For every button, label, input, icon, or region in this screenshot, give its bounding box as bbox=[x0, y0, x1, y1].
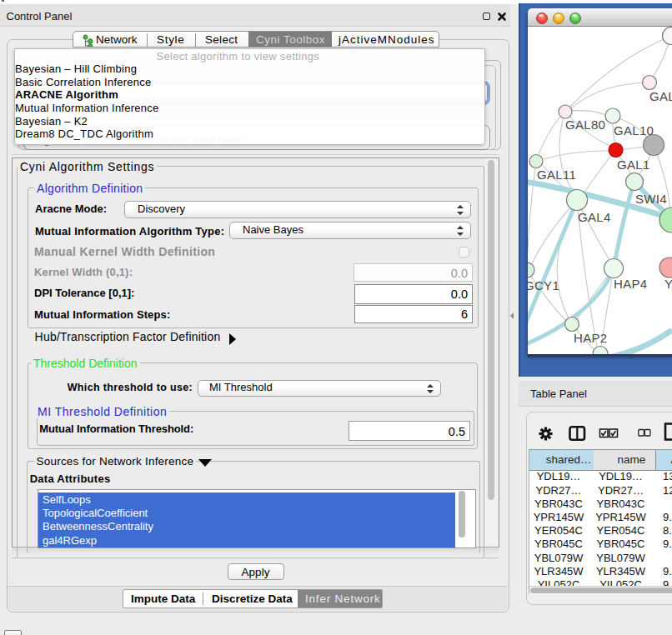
svg-text:HAP2: HAP2 bbox=[574, 331, 607, 345]
svg-text:GAL80: GAL80 bbox=[565, 118, 605, 132]
svg-text:SWI4: SWI4 bbox=[635, 192, 667, 206]
svg-text:GAL4: GAL4 bbox=[578, 210, 611, 224]
svg-text:Y: Y bbox=[664, 277, 672, 291]
svg-text:HAP4: HAP4 bbox=[614, 277, 647, 291]
svg-text:GAL11: GAL11 bbox=[537, 168, 576, 182]
svg-text:GAL: GAL bbox=[649, 89, 672, 103]
svg-text:GCY1: GCY1 bbox=[528, 278, 559, 292]
svg-text:GAL1: GAL1 bbox=[617, 158, 650, 172]
svg-text:GAL10: GAL10 bbox=[614, 123, 654, 138]
